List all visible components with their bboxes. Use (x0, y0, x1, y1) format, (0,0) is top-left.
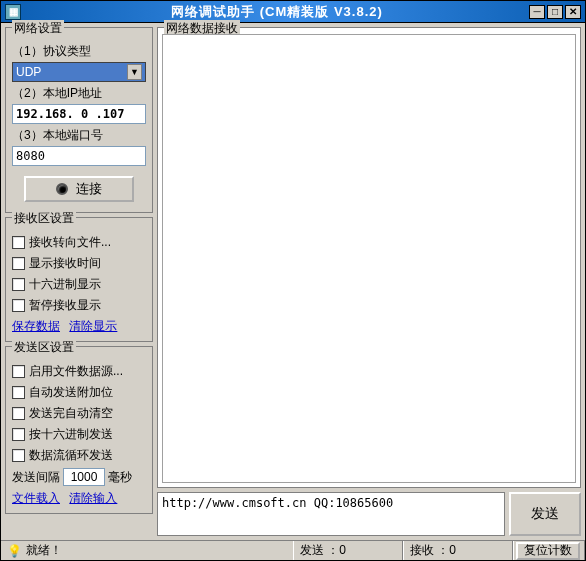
send-settings-legend: 发送区设置 (12, 339, 76, 356)
interval-prefix: 发送间隔 (12, 469, 60, 486)
checkbox-icon (12, 449, 25, 462)
interval-row: 发送间隔 毫秒 (12, 468, 146, 486)
recv-text-area[interactable] (162, 34, 576, 483)
send-opt-0[interactable]: 启用文件数据源... (12, 363, 146, 380)
checkbox-icon (12, 386, 25, 399)
checkbox-icon (12, 365, 25, 378)
window-controls: ─ □ ✕ (529, 5, 581, 19)
recv-settings-legend: 接收区设置 (12, 210, 76, 227)
status-tx: 发送 ：0 (293, 541, 403, 560)
interval-suffix: 毫秒 (108, 469, 132, 486)
connect-label: 连接 (76, 180, 102, 198)
bulb-icon: 💡 (7, 544, 22, 558)
protocol-select[interactable]: UDP ▼ (12, 62, 146, 82)
chevron-down-icon: ▼ (127, 64, 142, 80)
protocol-label: （1）协议类型 (12, 43, 146, 60)
checkbox-icon (12, 299, 25, 312)
port-input[interactable] (12, 146, 146, 166)
send-opt-1[interactable]: 自动发送附加位 (12, 384, 146, 401)
send-text-area[interactable]: http://www.cmsoft.cn QQ:10865600 (157, 492, 505, 536)
recv-settings-group: 接收区设置 接收转向文件... 显示接收时间 十六进制显示 暂停接收显示 保存数… (5, 217, 153, 342)
recv-opt-3[interactable]: 暂停接收显示 (12, 297, 146, 314)
reset-count-button[interactable]: 复位计数 (516, 542, 580, 560)
checkbox-icon (12, 278, 25, 291)
status-dot-icon (56, 183, 68, 195)
send-opt-3[interactable]: 按十六进制发送 (12, 426, 146, 443)
send-button[interactable]: 发送 (509, 492, 581, 536)
maximize-button[interactable]: □ (547, 5, 563, 19)
network-settings-group: 网络设置 （1）协议类型 UDP ▼ （2）本地IP地址 （3）本地端口号 连接 (5, 27, 153, 213)
clear-input-link[interactable]: 清除输入 (69, 491, 117, 505)
save-data-link[interactable]: 保存数据 (12, 319, 60, 333)
checkbox-icon (12, 407, 25, 420)
send-settings-group: 发送区设置 启用文件数据源... 自动发送附加位 发送完自动清空 按十六进制发送… (5, 346, 153, 514)
connect-button[interactable]: 连接 (24, 176, 134, 202)
file-load-link[interactable]: 文件载入 (12, 491, 60, 505)
app-icon: ▦ (5, 4, 21, 20)
window-title: 网络调试助手 (CM精装版 V3.8.2) (25, 3, 529, 21)
status-bar: 💡 就绪！ 发送 ：0 接收 ：0 复位计数 (1, 540, 585, 560)
status-ready: 💡 就绪！ (1, 542, 293, 559)
send-opt-2[interactable]: 发送完自动清空 (12, 405, 146, 422)
port-label: （3）本地端口号 (12, 127, 146, 144)
checkbox-icon (12, 428, 25, 441)
status-rx: 接收 ：0 (403, 541, 513, 560)
checkbox-icon (12, 236, 25, 249)
minimize-button[interactable]: ─ (529, 5, 545, 19)
clear-display-link[interactable]: 清除显示 (69, 319, 117, 333)
checkbox-icon (12, 257, 25, 270)
network-settings-legend: 网络设置 (12, 20, 64, 37)
send-opt-4[interactable]: 数据流循环发送 (12, 447, 146, 464)
recv-opt-0[interactable]: 接收转向文件... (12, 234, 146, 251)
protocol-value: UDP (16, 65, 41, 79)
close-button[interactable]: ✕ (565, 5, 581, 19)
interval-input[interactable] (63, 468, 105, 486)
recv-data-group: 网络数据接收 (157, 27, 581, 488)
ip-label: （2）本地IP地址 (12, 85, 146, 102)
recv-opt-2[interactable]: 十六进制显示 (12, 276, 146, 293)
ip-input[interactable] (12, 104, 146, 124)
titlebar: ▦ 网络调试助手 (CM精装版 V3.8.2) ─ □ ✕ (1, 1, 585, 23)
recv-opt-1[interactable]: 显示接收时间 (12, 255, 146, 272)
